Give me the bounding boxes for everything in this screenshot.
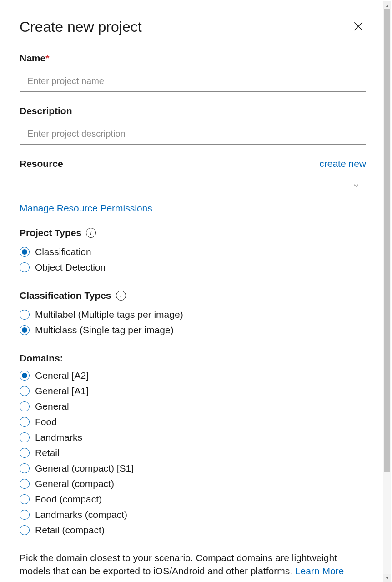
radio-icon	[20, 386, 30, 396]
project-type-label: Object Detection	[35, 262, 106, 273]
domain-label: Retail	[35, 447, 60, 458]
domain-option[interactable]: Food (compact)	[20, 494, 366, 505]
project-type-option[interactable]: Classification	[20, 246, 366, 257]
domain-label: General (compact) [S1]	[35, 463, 134, 474]
create-new-resource-link[interactable]: create new	[319, 158, 366, 169]
radio-icon	[20, 325, 30, 335]
radio-icon	[20, 510, 30, 520]
domain-option[interactable]: Landmarks	[20, 432, 366, 443]
domain-option[interactable]: General [A1]	[20, 386, 366, 396]
domains-list: General [A2]General [A1]GeneralFoodLandm…	[20, 370, 366, 536]
dialog-content: Create new project Name* Description Res…	[0, 0, 383, 582]
project-types-list: ClassificationObject Detection	[20, 246, 366, 273]
description-label: Description	[20, 105, 366, 116]
scroll-track[interactable]	[383, 9, 391, 574]
required-indicator: *	[45, 53, 49, 63]
domain-label: Retail (compact)	[35, 525, 105, 536]
close-icon	[352, 20, 364, 32]
domain-option[interactable]: Food	[20, 416, 366, 427]
radio-icon	[20, 310, 30, 320]
radio-icon	[20, 247, 30, 257]
close-button[interactable]	[351, 19, 366, 35]
radio-icon	[20, 448, 30, 458]
radio-icon	[20, 371, 30, 381]
domain-label: Food	[35, 416, 57, 427]
domain-label: General [A2]	[35, 370, 89, 381]
name-input[interactable]	[20, 70, 366, 92]
resource-select[interactable]	[20, 176, 366, 197]
classification-type-option[interactable]: Multiclass (Single tag per image)	[20, 325, 366, 336]
domains-title: Domains:	[20, 353, 366, 364]
radio-icon	[20, 262, 30, 272]
name-field-group: Name*	[20, 53, 366, 92]
project-types-header: Project Types i	[20, 227, 366, 238]
domain-label: Landmarks (compact)	[35, 509, 127, 520]
classification-types-title: Classification Types	[20, 290, 111, 301]
scroll-up-icon[interactable]: ▴	[383, 1, 391, 9]
project-type-label: Classification	[35, 246, 91, 257]
scroll-down-icon[interactable]: ▾	[383, 574, 391, 582]
domain-option[interactable]: General [A2]	[20, 370, 366, 381]
learn-more-link[interactable]: Learn More	[295, 566, 344, 576]
classification-types-section: Classification Types i Multilabel (Multi…	[20, 290, 366, 336]
window-scrollbar[interactable]: ▴ ▾	[383, 1, 391, 582]
project-types-section: Project Types i ClassificationObject Det…	[20, 227, 366, 273]
radio-icon	[20, 525, 30, 535]
info-icon[interactable]: i	[116, 291, 126, 301]
name-label-text: Name	[20, 53, 45, 63]
domain-label: General	[35, 401, 69, 412]
manage-resource-permissions-link[interactable]: Manage Resource Permissions	[20, 203, 152, 214]
dialog-header: Create new project	[20, 19, 366, 35]
classification-types-list: Multilabel (Multiple tags per image)Mult…	[20, 309, 366, 336]
domain-option[interactable]: General	[20, 401, 366, 412]
domain-option[interactable]: General (compact) [S1]	[20, 463, 366, 474]
resource-field-group: Resource create new Manage Resource Perm…	[20, 158, 366, 214]
description-field-group: Description	[20, 105, 366, 145]
domains-help-text: Pick the domain closest to your scenario…	[20, 551, 366, 578]
info-icon[interactable]: i	[86, 228, 96, 238]
domain-label: Landmarks	[35, 432, 82, 443]
domains-section: Domains: General [A2]General [A1]General…	[20, 353, 366, 578]
domain-label: General [A1]	[35, 386, 89, 396]
radio-icon	[20, 479, 30, 489]
domain-label: Food (compact)	[35, 494, 102, 505]
project-type-option[interactable]: Object Detection	[20, 262, 366, 273]
radio-icon	[20, 417, 30, 427]
page-title: Create new project	[20, 19, 142, 35]
classification-type-option[interactable]: Multilabel (Multiple tags per image)	[20, 309, 366, 320]
name-label: Name*	[20, 53, 366, 64]
resource-label: Resource	[20, 158, 63, 169]
classification-type-label: Multiclass (Single tag per image)	[35, 325, 174, 336]
domain-option[interactable]: Landmarks (compact)	[20, 509, 366, 520]
domains-help-prefix: Pick the domain closest to your scenario…	[20, 552, 337, 576]
resource-select-wrap	[20, 176, 366, 197]
radio-icon	[20, 432, 30, 442]
domain-label: General (compact)	[35, 478, 114, 489]
scroll-thumb[interactable]	[384, 9, 390, 472]
resource-header: Resource create new	[20, 158, 366, 169]
domain-option[interactable]: Retail	[20, 447, 366, 458]
project-types-title: Project Types	[20, 227, 81, 238]
radio-icon	[20, 463, 30, 473]
description-input[interactable]	[20, 123, 366, 145]
classification-type-label: Multilabel (Multiple tags per image)	[35, 309, 183, 320]
radio-icon	[20, 494, 30, 504]
radio-icon	[20, 401, 30, 411]
domain-option[interactable]: General (compact)	[20, 478, 366, 489]
classification-types-header: Classification Types i	[20, 290, 366, 301]
domain-option[interactable]: Retail (compact)	[20, 525, 366, 536]
